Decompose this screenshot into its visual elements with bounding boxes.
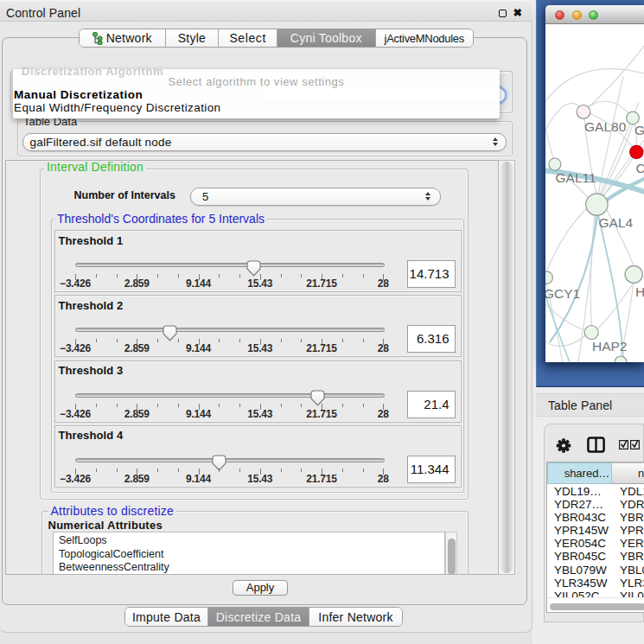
svg-text:GA: GA — [634, 123, 644, 137]
svg-text:GAL11: GAL11 — [556, 170, 596, 185]
svg-text:GAL4: GAL4 — [599, 215, 634, 230]
svg-text:H: H — [635, 284, 644, 299]
svg-text:GCY1: GCY1 — [545, 286, 580, 301]
svg-text:GAL80: GAL80 — [584, 119, 627, 134]
svg-text:HAP2: HAP2 — [592, 339, 628, 354]
svg-text:C: C — [636, 161, 644, 175]
